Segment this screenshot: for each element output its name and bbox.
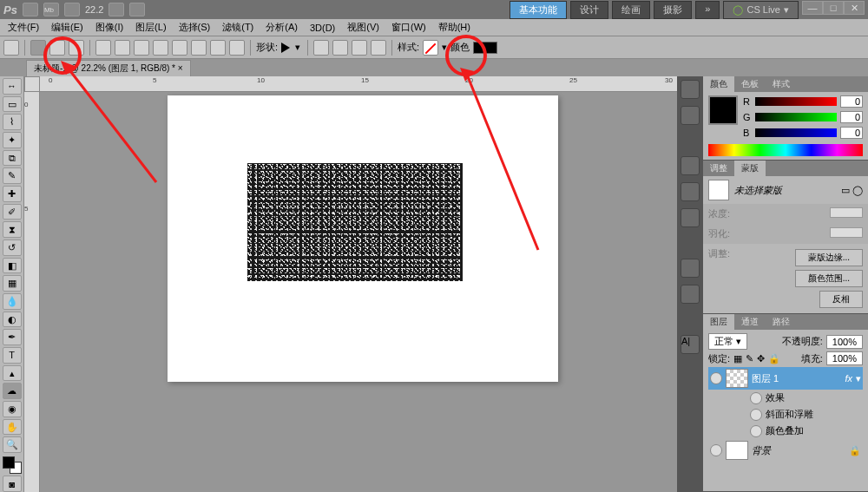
- screen-mode-icon[interactable]: [64, 3, 80, 16]
- heal-tool-icon[interactable]: ✚: [3, 186, 22, 202]
- shape-preview-icon[interactable]: [281, 43, 290, 53]
- history-panel-icon[interactable]: [681, 80, 700, 99]
- invert-button[interactable]: 反相: [819, 291, 863, 308]
- cslive-button[interactable]: ◯CS Live▾: [723, 1, 799, 19]
- pen-icon[interactable]: [95, 40, 111, 56]
- type-tool-icon[interactable]: T: [3, 347, 22, 364]
- blue-slider[interactable]: [755, 128, 837, 137]
- lasso-tool-icon[interactable]: ⌇: [3, 114, 22, 130]
- menu-window[interactable]: 窗口(W): [387, 19, 431, 36]
- actions-panel-icon[interactable]: [681, 106, 700, 125]
- color-picker[interactable]: [3, 456, 22, 474]
- green-slider[interactable]: [755, 113, 837, 121]
- menu-view[interactable]: 视图(V): [343, 19, 384, 36]
- menu-3d[interactable]: 3D(D): [306, 21, 339, 35]
- custom-shape-icon[interactable]: [229, 40, 245, 56]
- adjust-tab[interactable]: 调整: [703, 161, 734, 176]
- ruler-vertical[interactable]: 0 5: [24, 92, 40, 492]
- menu-edit[interactable]: 编辑(E): [47, 19, 88, 36]
- red-slider[interactable]: [755, 97, 837, 106]
- combine-exclude-icon[interactable]: [371, 40, 386, 56]
- zoom-tool-icon[interactable]: 🔍: [3, 436, 22, 453]
- document-tab[interactable]: 未标题-1 @ 22.2% (图层 1, RGB/8) * ×: [26, 60, 191, 76]
- marquee-tool-icon[interactable]: ▭: [3, 96, 22, 113]
- combine-intersect-icon[interactable]: [352, 40, 367, 56]
- visibility-toggle[interactable]: [710, 372, 722, 384]
- layers-tab[interactable]: 图层: [703, 314, 734, 330]
- layer-row-1[interactable]: 图层 1 fx▾: [708, 367, 863, 390]
- blend-mode-select[interactable]: 正常 ▾: [708, 333, 747, 350]
- workspace-design[interactable]: 设计: [570, 1, 608, 19]
- blur-tool-icon[interactable]: 💧: [3, 293, 22, 310]
- tool-preset-icon[interactable]: [3, 40, 19, 56]
- panel-color-swatch[interactable]: [708, 95, 738, 125]
- mask-tab[interactable]: 蒙版: [734, 161, 766, 176]
- quickmask-icon[interactable]: ◙: [3, 476, 22, 492]
- char-panel-icon[interactable]: [681, 259, 700, 278]
- menu-layer[interactable]: 图层(L): [131, 19, 170, 36]
- document-canvas[interactable]: [168, 95, 558, 382]
- rounded-rect-shape-icon[interactable]: [153, 40, 168, 56]
- crop-tool-icon[interactable]: ⧉: [3, 150, 22, 167]
- menu-select[interactable]: 选择(S): [174, 19, 215, 36]
- channels-tab[interactable]: 通道: [734, 314, 766, 330]
- nav-panel-icon[interactable]: A|: [681, 335, 700, 354]
- extras-icon[interactable]: [129, 3, 145, 16]
- zoom-value[interactable]: 22.2: [85, 4, 103, 15]
- para-panel-icon[interactable]: [681, 285, 700, 304]
- mask-edge-button[interactable]: 蒙版边缘...: [795, 249, 863, 266]
- gradient-tool-icon[interactable]: ▦: [3, 275, 22, 292]
- paths-icon[interactable]: [49, 40, 65, 56]
- blue-value[interactable]: 0: [840, 127, 863, 139]
- layer-thumb[interactable]: [726, 369, 748, 388]
- color-spectrum[interactable]: [708, 144, 863, 156]
- layer-row-bg[interactable]: 背景 🔒: [708, 439, 863, 462]
- path-select-icon[interactable]: ▴: [3, 365, 22, 382]
- dodge-tool-icon[interactable]: ◐: [3, 312, 22, 328]
- shape-tool-icon[interactable]: ☁: [3, 383, 22, 399]
- fx-color-overlay[interactable]: 颜色叠加: [708, 423, 863, 439]
- eraser-tool-icon[interactable]: ◧: [3, 258, 22, 274]
- visibility-toggle-bg[interactable]: [710, 444, 722, 456]
- menu-help[interactable]: 帮助(H): [434, 19, 475, 36]
- bg-thumb[interactable]: [726, 441, 748, 460]
- swatches-tab[interactable]: 色板: [734, 76, 766, 92]
- ruler-origin[interactable]: [24, 76, 40, 92]
- stamp-tool-icon[interactable]: ⧗: [3, 221, 22, 238]
- clone-panel-icon[interactable]: [681, 182, 700, 201]
- fill-pixels-icon[interactable]: [69, 40, 84, 56]
- paths-tab[interactable]: 路径: [766, 314, 797, 330]
- eyedropper-tool-icon[interactable]: ✎: [3, 167, 22, 184]
- lock-move-icon[interactable]: ✥: [757, 353, 765, 364]
- wand-tool-icon[interactable]: ✦: [3, 132, 22, 148]
- line-shape-icon[interactable]: [210, 40, 226, 56]
- hand-tool-icon[interactable]: ✋: [3, 419, 22, 436]
- rect-shape-icon[interactable]: [134, 40, 149, 56]
- color-tab[interactable]: 颜色: [703, 76, 734, 92]
- lock-all-icon[interactable]: 🔒: [768, 353, 780, 364]
- workspace-basic[interactable]: 基本功能: [510, 1, 567, 19]
- 3d-tool-icon[interactable]: ◉: [3, 401, 22, 417]
- ellipse-shape-icon[interactable]: [172, 40, 187, 56]
- styles-tab[interactable]: 样式: [766, 76, 797, 92]
- history-brush-icon[interactable]: ↺: [3, 239, 22, 256]
- red-value[interactable]: 0: [840, 95, 863, 108]
- pen-tool-icon[interactable]: ✒: [3, 329, 22, 345]
- close-button[interactable]: ✕: [844, 1, 865, 15]
- combine-subtract-icon[interactable]: [332, 40, 348, 56]
- shape-layers-icon[interactable]: [30, 40, 46, 56]
- menu-filter[interactable]: 滤镜(T): [218, 19, 258, 36]
- brush2-panel-icon[interactable]: [681, 208, 700, 227]
- fx-effects[interactable]: 效果: [708, 390, 863, 406]
- lock-paint-icon[interactable]: ✎: [746, 353, 753, 364]
- ruler-horizontal[interactable]: 0 5 10 15 20 25 30: [40, 76, 677, 92]
- lock-trans-icon[interactable]: ▦: [733, 353, 742, 364]
- workspace-paint[interactable]: 绘画: [612, 1, 650, 19]
- opacity-field[interactable]: 100%: [826, 335, 863, 349]
- brush-panel-icon[interactable]: [681, 156, 700, 175]
- brush-tool-icon[interactable]: ✐: [3, 204, 22, 220]
- fill-field[interactable]: 100%: [826, 351, 863, 365]
- menu-image[interactable]: 图像(I): [91, 19, 128, 36]
- workspace-more[interactable]: »: [695, 1, 720, 19]
- mask-thumb[interactable]: [708, 180, 729, 200]
